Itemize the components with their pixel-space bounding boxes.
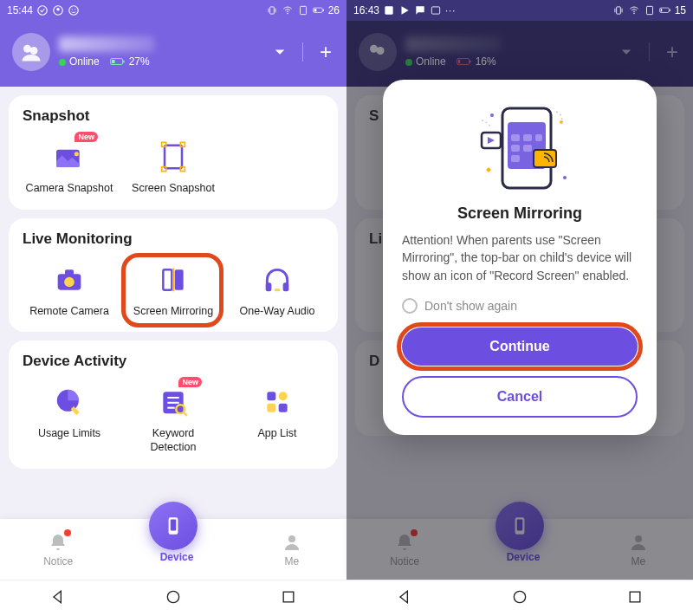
home-key[interactable] <box>165 588 182 609</box>
svg-rect-79 <box>534 150 556 167</box>
snapshot-card: Snapshot New Camera Snapshot Screen Snap… <box>9 95 338 210</box>
app-list-icon <box>257 382 297 422</box>
status-bar: 15:44 26 <box>0 0 346 21</box>
vibrate-icon <box>266 4 278 16</box>
svg-rect-50 <box>283 592 294 602</box>
screen-snapshot-tile[interactable]: Screen Snapshot <box>121 133 225 199</box>
dialog-body: Attention! When parents use "Screen Mirr… <box>402 231 638 284</box>
svg-rect-32 <box>266 282 272 291</box>
checkmark-circle-icon <box>36 4 49 16</box>
person-circle-icon <box>52 4 64 16</box>
app-icon <box>383 4 395 16</box>
avatar[interactable] <box>12 33 50 71</box>
screen-mirroring-dialog: Screen Mirroring Attention! When parents… <box>383 80 657 435</box>
svg-rect-74 <box>523 134 532 141</box>
svg-rect-73 <box>511 134 520 141</box>
svg-point-56 <box>633 13 635 15</box>
keyword-detection-icon: New <box>153 382 193 422</box>
svg-rect-77 <box>523 145 532 152</box>
svg-point-0 <box>38 6 48 16</box>
svg-point-4 <box>72 9 73 10</box>
svg-rect-10 <box>300 6 306 14</box>
image-icon <box>430 4 442 16</box>
svg-rect-57 <box>646 6 652 14</box>
svg-point-5 <box>74 9 75 10</box>
svg-point-69 <box>514 591 525 602</box>
usage-limits-icon <box>49 382 89 422</box>
live-monitoring-title: Live Monitoring <box>23 230 329 248</box>
screen-snapshot-icon <box>153 137 193 177</box>
home-key[interactable] <box>511 588 528 609</box>
cancel-button[interactable]: Cancel <box>402 376 638 418</box>
play-icon <box>398 4 411 16</box>
camera-icon <box>49 260 89 300</box>
nav-notice[interactable]: Notice <box>43 531 73 567</box>
bell-icon <box>47 531 69 554</box>
svg-point-48 <box>288 535 295 542</box>
recents-key[interactable] <box>626 588 644 609</box>
snapshot-title: Snapshot <box>23 107 329 125</box>
back-key[interactable] <box>396 588 413 609</box>
device-name-blurred <box>59 36 154 52</box>
svg-rect-29 <box>163 269 172 289</box>
nav-me[interactable]: Me <box>281 531 303 567</box>
device-picker-caret[interactable] <box>271 43 288 61</box>
battery-icon <box>313 4 325 16</box>
svg-point-15 <box>30 47 38 55</box>
online-status: Online <box>59 55 100 68</box>
svg-rect-45 <box>279 404 288 412</box>
svg-point-9 <box>287 13 288 15</box>
usage-limits-tile[interactable]: Usage Limits <box>17 379 121 457</box>
vibrate-icon <box>612 4 625 16</box>
svg-rect-52 <box>431 7 439 14</box>
svg-point-83 <box>563 176 567 179</box>
dialog-title: Screen Mirroring <box>402 204 638 223</box>
sim-icon <box>297 4 309 16</box>
nav-device-fab[interactable] <box>149 502 198 550</box>
child-battery: 27% <box>110 55 150 68</box>
status-time: 15:44 <box>7 4 33 16</box>
svg-rect-53 <box>616 7 620 14</box>
one-way-audio-tile[interactable]: One-Way Audio <box>225 256 329 322</box>
camera-snapshot-tile[interactable]: New Camera Snapshot <box>17 133 121 199</box>
svg-rect-23 <box>180 142 185 146</box>
wifi-icon <box>282 4 294 16</box>
svg-point-81 <box>490 113 494 117</box>
keyword-detection-tile[interactable]: New Keyword Detection <box>121 379 225 457</box>
svg-rect-6 <box>269 7 274 14</box>
recents-key[interactable] <box>280 588 297 609</box>
svg-rect-70 <box>630 592 640 602</box>
svg-line-41 <box>184 412 187 416</box>
add-device-button[interactable]: + <box>317 43 334 61</box>
svg-rect-75 <box>535 134 542 141</box>
back-key[interactable] <box>49 588 67 609</box>
svg-rect-21 <box>165 146 182 169</box>
dont-show-again-checkbox[interactable]: Don't show again <box>402 298 638 314</box>
svg-point-49 <box>167 591 178 602</box>
svg-rect-51 <box>385 6 392 14</box>
android-softkeys <box>346 580 693 616</box>
svg-rect-47 <box>171 519 177 530</box>
camera-snapshot-icon: New <box>49 137 89 177</box>
sim-icon <box>644 4 656 16</box>
svg-rect-24 <box>162 167 166 172</box>
status-time: 16:43 <box>353 4 379 16</box>
svg-rect-25 <box>180 167 185 172</box>
svg-rect-30 <box>175 269 184 289</box>
chat-icon <box>414 4 426 16</box>
battery-icon <box>659 4 671 16</box>
status-battery-pct: 15 <box>675 4 686 16</box>
left-screen: 15:44 26 Online 27% <box>0 0 346 616</box>
nav-device[interactable]: Device <box>160 551 194 563</box>
remote-camera-tile[interactable]: Remote Camera <box>17 256 121 322</box>
svg-rect-27 <box>65 269 74 276</box>
app-list-tile[interactable]: App List <box>225 379 329 457</box>
dialog-illustration <box>402 95 638 199</box>
svg-rect-78 <box>511 155 520 162</box>
screen-mirroring-tile[interactable]: Screen Mirroring <box>121 256 225 322</box>
screen-mirroring-icon <box>153 260 193 300</box>
svg-point-3 <box>69 6 79 16</box>
status-battery-pct: 26 <box>328 4 340 16</box>
continue-button[interactable]: Continue <box>402 327 638 366</box>
svg-point-28 <box>64 276 74 287</box>
